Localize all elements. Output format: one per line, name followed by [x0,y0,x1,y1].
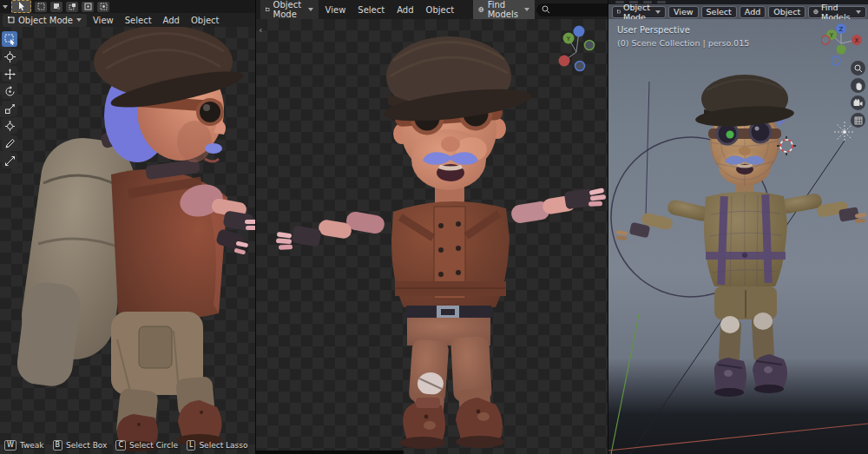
3d-cursor[interactable] [777,136,796,155]
select-mode-subtract-button[interactable] [66,2,78,12]
object-mode-icon [8,16,15,23]
blender-multi-window-workspace: Object Mode View Select Add Object [0,0,868,454]
select-subtract-icon [69,3,76,10]
tool-move[interactable] [2,66,17,82]
viewport-3d-right[interactable]: User Perspective (0) Scene Collection | … [608,19,868,454]
legs-boots [400,306,504,449]
cursor-arrow-icon [17,2,26,11]
mode-selector[interactable]: Object Mode [3,14,87,27]
hint-select-box: BSelect Box [53,440,108,451]
tool-transform[interactable] [2,118,17,134]
menu-add[interactable]: Add [740,6,766,18]
object-mode-icon [617,9,621,15]
chevron-down-icon[interactable] [3,5,8,9]
menu-add[interactable]: Add [391,4,418,16]
asset-search-input[interactable] [554,3,608,16]
y-axis-line [611,314,639,454]
search-icon [542,5,550,14]
menu-object[interactable]: Object [768,6,806,18]
chevron-down-icon [856,10,861,14]
viewport-header-left: Object Mode View Select Add Object [0,13,255,27]
menu-select[interactable]: Select [701,6,737,18]
viewport-header-right: Object Mode View Select Add Object Find … [608,4,868,19]
select-mode-extend-button[interactable] [50,2,62,12]
globe-icon [813,8,819,16]
tool-cursor[interactable] [2,49,17,64]
mode-selector-label: Object Mode [273,0,305,19]
viewport-header-middle: Object Mode View Select Add Object Find … [256,0,608,19]
globe-icon [478,5,484,14]
mode-selector[interactable]: Object Mode [260,0,319,21]
select-mode-intersect-button[interactable] [97,2,109,12]
select-extend-icon [53,3,61,10]
annotate-pen-icon [4,138,16,149]
viewport-3d-left[interactable]: WTweak BSelect Box CSelect Circle LSelec… [0,27,255,454]
select-intersect-icon [100,3,108,10]
character-model-back-view[interactable] [0,27,255,454]
tool-shelf [2,31,17,168]
select-set-icon [37,3,45,10]
scale-tool-icon [4,103,16,115]
mode-selector[interactable]: Object Mode [612,6,666,18]
menu-add[interactable]: Add [158,15,185,26]
legs-boots [111,312,222,451]
menu-view[interactable]: View [88,15,119,26]
mode-selector-label: Object Mode [18,16,73,25]
active-tool-button[interactable] [11,0,31,13]
chevron-down-icon [308,8,313,11]
rotate-tool-icon [4,86,16,97]
viewport-window-right: Object Mode View Select Add Object Find … [608,0,868,454]
asset-library-selector[interactable]: Find Models [473,0,535,21]
viewport-window-left: Object Mode View Select Add Object [0,0,255,454]
x-axis-line [608,424,868,451]
select-mode-invert-button[interactable] [82,2,94,12]
torso-vest [391,186,510,307]
select-mode-set-button[interactable] [35,2,47,12]
viewport-3d-middle[interactable]: ‹ Y [256,19,608,454]
hint-select-circle: CSelect Circle [115,440,178,451]
tool-rotate[interactable] [2,83,17,99]
tool-settings-bar [0,0,255,13]
character-model-front-view[interactable] [256,19,608,454]
scene-solid-view[interactable] [608,19,868,454]
menu-select[interactable]: Select [352,4,390,16]
menu-view[interactable]: View [320,4,352,16]
chevron-down-icon [524,8,529,11]
arm-right [510,188,607,224]
measure-tool-icon [4,155,16,167]
chevron-down-icon [655,10,661,14]
chevron-down-icon [76,18,82,22]
arm-left [276,210,386,249]
menu-select[interactable]: Select [120,15,157,26]
character-model-solid-view[interactable] [616,75,867,397]
hint-select-lasso: LSelect Lasso [187,440,248,451]
select-box-icon [4,34,16,45]
menu-object[interactable]: Object [421,4,460,16]
asset-library-selector[interactable]: Find Models [808,6,865,18]
menu-view[interactable]: View [668,6,699,18]
asset-library-label: Find Models [488,0,522,19]
tool-select-box[interactable] [2,31,17,47]
hat [382,36,533,127]
transform-tool-icon [4,121,16,132]
hint-tweak: WTweak [4,440,44,451]
torso-vest [111,159,227,320]
tool-measure[interactable] [2,153,17,168]
window-edge [256,451,404,454]
asset-search[interactable] [536,3,608,16]
point-light[interactable] [834,122,855,142]
move-tool-icon [4,69,16,80]
object-mode-icon [266,6,270,13]
viewport-window-middle: Object Mode View Select Add Object Find … [256,0,608,454]
keymap-hints: WTweak BSelect Box CSelect Circle LSelec… [4,440,255,451]
tool-scale[interactable] [2,101,17,116]
menu-object[interactable]: Object [186,15,225,26]
select-invert-icon [84,3,92,10]
tool-annotate[interactable] [2,135,17,151]
cursor-tool-icon [4,51,16,63]
